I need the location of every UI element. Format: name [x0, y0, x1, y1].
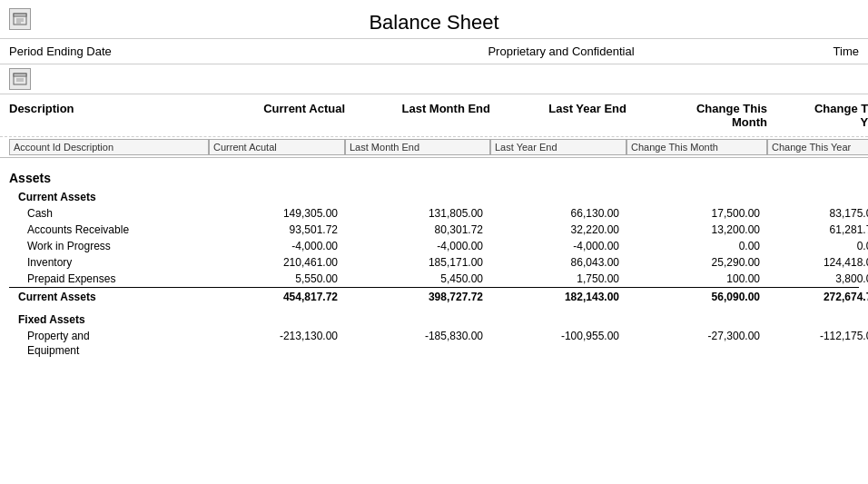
- row-current-actual: 93,501.72: [209, 223, 345, 236]
- row-last-month-end: 5,450.00: [345, 272, 490, 285]
- table-row: Accounts Receivable 93,501.72 80,301.72 …: [9, 222, 859, 238]
- proprietary-label: Proprietary and Confidential: [372, 44, 750, 58]
- row-current-actual: 210,461.00: [209, 256, 345, 269]
- sub-header-last-month-end[interactable]: Last Month End: [345, 139, 490, 155]
- svg-rect-6: [14, 74, 26, 76]
- icon-row: [0, 64, 868, 94]
- row-label: Cash: [9, 207, 209, 220]
- col-header-last-month-end: Last Month End: [345, 102, 490, 129]
- subsection-fixed-assets: Fixed Assets: [9, 310, 859, 328]
- table-row: Property andEquipment -213,130.00 -185,8…: [9, 328, 859, 360]
- sub-header-change-this-month[interactable]: Change This Month: [626, 139, 767, 155]
- col-header-change-this-year: Change ThisYear: [767, 102, 868, 129]
- title-icon[interactable]: [9, 8, 31, 30]
- row-last-year-end: 66,130.00: [490, 207, 626, 220]
- total-last-month-end: 398,727.72: [345, 291, 490, 303]
- row-current-actual: -4,000.00: [209, 240, 345, 252]
- row-last-month-end: 131,805.00: [345, 207, 490, 220]
- row-change-this-year: -112,175.00: [767, 330, 868, 358]
- row-last-year-end: 1,750.00: [490, 272, 626, 285]
- column-headers: Description Current Actual Last Month En…: [0, 94, 868, 137]
- row-change-this-month: 25,290.00: [626, 256, 767, 269]
- row-change-this-year: 83,175.00: [767, 207, 868, 220]
- total-label: Current Assets: [9, 291, 209, 303]
- sub-header-row: Account Id Description Current Acutal La…: [0, 137, 868, 158]
- table-row: Inventory 210,461.00 185,171.00 86,043.0…: [9, 254, 859, 271]
- row-current-actual: -213,130.00: [209, 330, 345, 358]
- title-section: Balance Sheet: [0, 0, 868, 39]
- row-change-this-month: 17,500.00: [626, 207, 767, 220]
- time-label: Time: [750, 44, 859, 58]
- row-last-month-end: 185,171.00: [345, 256, 490, 269]
- row-last-year-end: -100,955.00: [490, 330, 626, 358]
- page-title: Balance Sheet: [0, 11, 868, 35]
- sub-header-change-this-year[interactable]: Change This Year: [767, 139, 868, 155]
- table-row: Prepaid Expenses 5,550.00 5,450.00 1,750…: [9, 271, 859, 287]
- subsection-current-assets: Current Assets: [9, 187, 859, 205]
- row-last-year-end: 86,043.00: [490, 256, 626, 269]
- row-label: Work in Progress: [9, 240, 209, 252]
- row-change-this-year: 0.00: [767, 240, 868, 252]
- row-change-this-month: 100.00: [626, 272, 767, 285]
- sub-header-current-actual[interactable]: Current Acutal: [209, 139, 345, 155]
- row-change-this-year: 61,281.72: [767, 223, 868, 236]
- row-label: Accounts Receivable: [9, 223, 209, 236]
- row-change-this-month: 0.00: [626, 240, 767, 252]
- row-label: Inventory: [9, 256, 209, 269]
- row-last-month-end: 80,301.72: [345, 223, 490, 236]
- total-change-this-month: 56,090.00: [626, 291, 767, 303]
- content-icon[interactable]: [9, 68, 31, 90]
- content-area: Assets Current Assets Cash 149,305.00 13…: [0, 162, 868, 363]
- table-row: Work in Progress -4,000.00 -4,000.00 -4,…: [9, 238, 859, 254]
- col-header-change-this-month: Change ThisMonth: [626, 102, 767, 129]
- total-current-actual: 454,817.72: [209, 291, 345, 303]
- total-last-year-end: 182,143.00: [490, 291, 626, 303]
- col-header-description: Description: [9, 102, 209, 129]
- page: Balance Sheet Period Ending Date Proprie…: [0, 0, 868, 484]
- row-label: Prepaid Expenses: [9, 272, 209, 285]
- row-last-year-end: 32,220.00: [490, 223, 626, 236]
- row-change-this-year: 124,418.00: [767, 256, 868, 269]
- section-assets: Assets: [9, 165, 859, 187]
- total-row-current-assets: Current Assets 454,817.72 398,727.72 182…: [9, 287, 859, 306]
- row-last-year-end: -4,000.00: [490, 240, 626, 252]
- row-last-month-end: -4,000.00: [345, 240, 490, 252]
- row-change-this-year: 3,800.00: [767, 272, 868, 285]
- col-header-current-actual: Current Actual: [209, 102, 345, 129]
- sub-header-last-year-end[interactable]: Last Year End: [490, 139, 626, 155]
- col-header-last-year-end: Last Year End: [490, 102, 626, 129]
- header-row: Period Ending Date Proprietary and Confi…: [0, 39, 868, 64]
- row-change-this-month: 13,200.00: [626, 223, 767, 236]
- row-current-actual: 5,550.00: [209, 272, 345, 285]
- row-change-this-month: -27,300.00: [626, 330, 767, 358]
- row-label: Property andEquipment: [9, 330, 209, 358]
- svg-rect-1: [14, 14, 26, 16]
- sub-header-account-id[interactable]: Account Id Description: [9, 139, 209, 155]
- period-ending-label: Period Ending Date: [9, 44, 372, 58]
- row-last-month-end: -185,830.00: [345, 330, 490, 358]
- table-row: Cash 149,305.00 131,805.00 66,130.00 17,…: [9, 205, 859, 222]
- row-current-actual: 149,305.00: [209, 207, 345, 220]
- total-change-this-year: 272,674.72: [767, 291, 868, 303]
